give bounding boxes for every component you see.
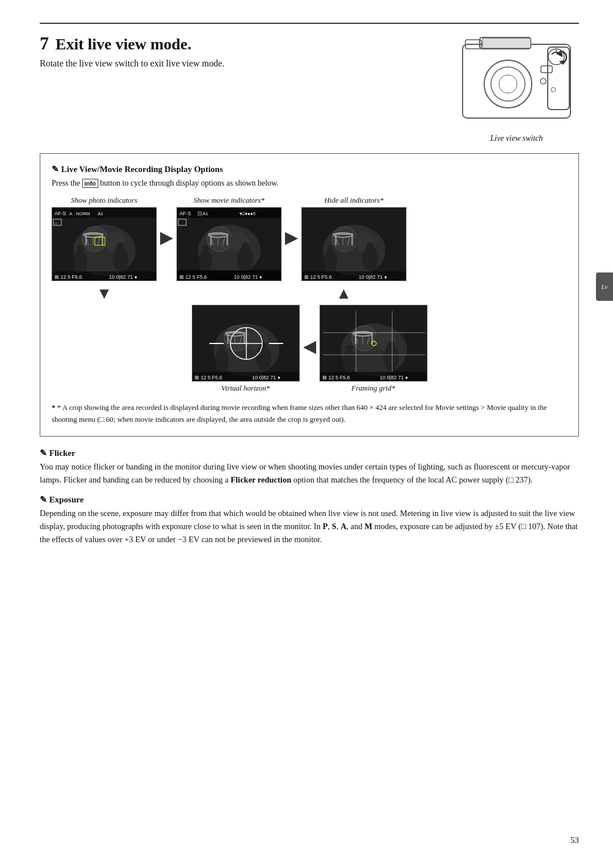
svg-text:⊠ 12 5  F5.6: ⊠ 12 5 F5.6: [179, 274, 207, 280]
screen-label-hide: Hide all indicators*: [324, 196, 384, 205]
exposure-section: Exposure Depending on the scene, exposur…: [40, 494, 579, 547]
screen-item-movie-indicators: Show movie indicators*: [177, 196, 282, 281]
svg-rect-55: [177, 208, 282, 218]
svg-point-116: [343, 350, 356, 372]
svg-text:10 0|82 71 ♦: 10 0|82 71 ♦: [359, 274, 387, 280]
flicker-body: You may notice flicker or banding in the…: [40, 460, 579, 487]
exposure-title: Exposure: [40, 494, 579, 505]
svg-rect-70: [351, 235, 353, 245]
svg-text:10 0|82 71 ♦: 10 0|82 71 ♦: [380, 375, 408, 380]
svg-text:10 0|82 71 ♦: 10 0|82 71 ♦: [109, 274, 137, 280]
svg-text:AF-S: AF-S: [54, 211, 66, 216]
flicker-title: Flicker: [40, 448, 579, 458]
svg-text:⬛A1: ⬛A1: [197, 211, 208, 216]
arrow-right-1: ▶: [160, 227, 173, 247]
svg-text:☆: ☆: [54, 221, 58, 226]
svg-point-117: [346, 345, 353, 351]
svg-text:⊠ 12 5  F5.6: ⊠ 12 5 F5.6: [195, 375, 222, 380]
svg-point-96: [259, 342, 267, 350]
svg-rect-46: [226, 235, 228, 245]
screen-virtual-horizon: ⊠ 12 5 F5.6 10 0|82 71 ♦: [192, 305, 300, 381]
screen-label-movie: Show movie indicators*: [194, 196, 264, 205]
svg-point-52: [202, 245, 209, 252]
lv-side-tab: Lv: [596, 272, 613, 301]
svg-text:NORM: NORM: [76, 211, 90, 216]
page-number: 53: [570, 836, 579, 845]
svg-point-11: [551, 87, 556, 92]
svg-text:10 0|82 71 ♦: 10 0|82 71 ♦: [252, 375, 280, 380]
svg-text:⊠ 12 5  F5.6: ⊠ 12 5 F5.6: [54, 274, 82, 280]
svg-text:A: A: [69, 211, 73, 216]
screen-framing-grid: ⊠ 12 5 F5.6 10 0|82 71 ♦: [320, 305, 427, 381]
camera-svg: [457, 33, 576, 129]
svg-rect-29: [52, 208, 157, 218]
svg-point-94: [219, 345, 225, 351]
flicker-section: Flicker You may notice flicker or bandin…: [40, 448, 579, 487]
svg-point-78: [366, 242, 374, 250]
camera-diagram: Live view switch: [454, 33, 579, 143]
arrow-down-1: ▼: [96, 284, 112, 303]
svg-text:⊠ 12 5  F5.6: ⊠ 12 5 F5.6: [304, 274, 332, 280]
svg-point-3: [491, 67, 525, 101]
lv-tab-label: Lv: [602, 283, 608, 290]
svg-point-76: [327, 245, 334, 252]
svg-rect-88: [243, 334, 245, 344]
screen-movie-indicators: AF-S ⬛A1 ♥2●●●5 ⊠ 12 5 F5.6 10 0|82 71 ♦: [177, 207, 282, 281]
screen-item-hide-indicators: Hide all indicators*: [301, 196, 406, 281]
svg-point-119: [387, 342, 395, 350]
step-title: Exit live view mode.: [56, 35, 192, 53]
arrow-up-right: ▲: [336, 284, 352, 303]
svg-rect-8: [541, 66, 552, 73]
svg-point-93: [215, 350, 229, 372]
svg-text:♥2●●●5: ♥2●●●5: [240, 211, 256, 216]
svg-rect-9: [482, 38, 531, 48]
svg-text:AF-S: AF-S: [179, 211, 191, 216]
diagram-caption: Live view switch: [454, 134, 579, 143]
svg-text:⊠ 12 5  F5.6: ⊠ 12 5 F5.6: [322, 375, 350, 380]
svg-point-4: [499, 75, 517, 93]
section-title-block: 7 Exit live view mode. Rotate the live v…: [40, 33, 454, 69]
step-number: 7: [40, 33, 49, 53]
screen-hide-indicators: ⊠ 12 5 F5.6 10 0|82 71 ♦: [301, 207, 406, 281]
exposure-body: Depending on the scene, exposure may dif…: [40, 507, 579, 547]
info-box-subtitle: Press the info button to cycle through d…: [52, 179, 567, 188]
svg-point-26: [77, 245, 84, 252]
svg-point-10: [540, 78, 546, 84]
svg-text:10 0|82 71 ♦: 10 0|82 71 ♦: [234, 274, 262, 280]
info-box-title: Live View/Movie Recording Display Option…: [52, 164, 567, 174]
svg-point-54: [241, 242, 249, 250]
arrow-left-center: ◀: [303, 336, 316, 356]
screen-label-photo: Show photo indicators: [71, 196, 137, 205]
svg-rect-20: [102, 235, 103, 245]
svg-text:A1: A1: [98, 211, 103, 216]
svg-point-25: [74, 250, 87, 273]
step-subtitle: Rotate the live view switch to exit live…: [40, 58, 454, 69]
screen-photo-indicators: AF-S A NORM A1 ⊠ 12 5 F5.6 10 0|82 71 ♦ …: [52, 207, 157, 281]
svg-point-28: [116, 242, 124, 250]
info-box: Live View/Movie Recording Display Option…: [40, 153, 579, 437]
screen-item-framing-grid: ⊠ 12 5 F5.6 10 0|82 71 ♦ Framing grid*: [320, 305, 427, 395]
screen-label-virtual-horizon: Virtual horizon*: [221, 384, 270, 393]
arrow-right-2: ▶: [285, 227, 298, 247]
screen-label-framing-grid: Framing grid*: [351, 384, 395, 393]
svg-point-51: [199, 250, 212, 273]
screen-item-virtual-horizon: ⊠ 12 5 F5.6 10 0|82 71 ♦ Virtual horizon…: [192, 305, 300, 395]
svg-point-75: [324, 250, 337, 273]
footnote: * * A crop showing the area recorded is …: [52, 402, 567, 426]
screen-item-photo-indicators: Show photo indicators: [52, 196, 157, 281]
